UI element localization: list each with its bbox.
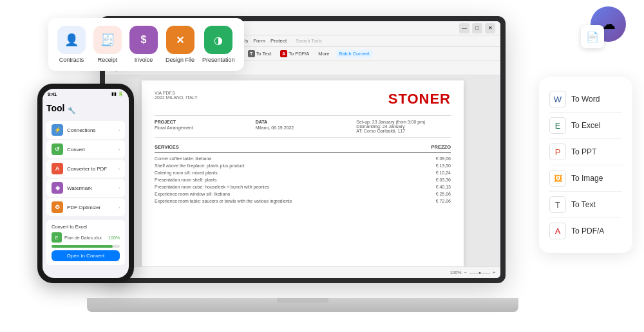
phone-app-title: Tool — [46, 103, 65, 113]
phone-signal-icons: ▮▮ 🔋 — [111, 91, 124, 97]
convert-arrow-icon: › — [118, 147, 120, 152]
menu-protect[interactable]: Protect — [270, 38, 287, 44]
invoice-label: Invoice — [135, 57, 153, 63]
phone-menu-pdf-optimizer[interactable]: ⚙ PDF Optimizer › — [46, 198, 125, 216]
panel-pdfa-label: To PDF/A — [571, 226, 604, 235]
panel-text-label: To Text — [571, 200, 596, 209]
pdf-address-line2: 2022 MILANO, ITALY — [155, 95, 198, 100]
service-price-4: € 40,13 — [436, 185, 451, 189]
zoom-out-icon[interactable]: − — [464, 270, 467, 275]
panel-image-label: To Image — [571, 174, 603, 183]
table-row: Experience room table: saucers or bowls … — [155, 198, 451, 205]
pdf-header: VIA PDF.9 2022 MILANO, ITALY STONER — [155, 91, 451, 107]
receipt-label: Receipt — [98, 57, 118, 63]
panel-pdfa-icon: A — [549, 223, 566, 239]
service-price-6: € 72,06 — [436, 199, 451, 203]
convert-filename: Plan de Datos.xlsx — [64, 235, 102, 240]
panel-item-to-ppt[interactable]: P To PPT — [549, 139, 622, 165]
contracts-icon: 👤 — [57, 26, 86, 54]
pdf-content-area: VIA PDF.9 2022 MILANO, ITALY STONER PROJ… — [105, 75, 500, 266]
titlebar-icon-2[interactable]: □ — [472, 23, 482, 33]
zoom-in-icon[interactable]: + — [493, 270, 495, 275]
pdf-project-cell: PROJECT Floral Arrangement — [155, 120, 249, 133]
excel-file-icon: E — [52, 232, 62, 243]
service-price-3: € 03,36 — [436, 178, 451, 182]
text-toolbar-icon: T — [248, 50, 255, 57]
phone-convert-banner: Convert to Excel E Plan de Datos.xlsx 10… — [46, 220, 125, 265]
convert-progress-fill — [52, 245, 113, 248]
connections-arrow-icon: › — [118, 128, 120, 133]
convert-percent: 100% — [108, 235, 120, 240]
app-icon-invoice[interactable]: $ Invoice — [129, 26, 158, 63]
app-icon-presentation[interactable]: ◑ Presentation — [202, 26, 235, 63]
receipt-icon: 🧾 — [93, 26, 122, 54]
app-icon-contracts[interactable]: 👤 Contracts — [57, 26, 86, 63]
zoom-level: 100% — [450, 270, 462, 275]
app-icon-design-file[interactable]: ✕ Design File — [166, 26, 194, 63]
converter-to-pdf-menu-icon: A — [52, 163, 63, 174]
pdf-address-line1: VIA PDF.9 — [155, 91, 198, 95]
service-name-2: Catering room sill: mixed plants — [155, 171, 218, 175]
service-name-3: Presentation room shelf: plants — [155, 178, 217, 182]
pdf-data-cell: DATA Milano, 06.19.2022 — [256, 120, 350, 133]
phone-menu-convert[interactable]: ↺ Convert › — [46, 140, 125, 158]
panel-word-icon: W — [549, 91, 566, 107]
service-price-0: € 09,06 — [436, 156, 451, 161]
converter-to-pdf-label: Converter to PDF — [67, 166, 107, 172]
panel-ppt-icon: P — [549, 143, 566, 160]
panel-excel-icon: E — [549, 117, 566, 134]
panel-item-to-image[interactable]: 🖼 To Image — [549, 165, 622, 192]
toolbar-pdfa[interactable]: A To PDF/A — [278, 50, 312, 58]
service-name-5: Experience room window sill: Ikebana — [155, 192, 230, 196]
setup-detail2: AT: Corso Garibaldi, 117 — [356, 129, 451, 133]
panel-word-label: To Word — [571, 95, 600, 104]
panel-item-to-text[interactable]: T To Text — [549, 192, 622, 218]
watermark-arrow-icon: › — [118, 186, 120, 190]
table-row: Presentation room cube: houseleek + bunc… — [155, 183, 451, 190]
table-row: Presentation room shelf: plants € 03,36 — [155, 176, 451, 183]
converter-to-pdf-arrow-icon: › — [118, 167, 120, 171]
panel-item-to-pdfa[interactable]: A To PDF/A — [549, 218, 622, 244]
search-tools-placeholder[interactable]: Search Tools — [296, 39, 321, 43]
toolbar-text[interactable]: T To Text — [245, 50, 274, 58]
convert-menu-icon: ↺ — [52, 143, 63, 155]
right-convert-panel: W To Word E To Excel P To PPT 🖼 To Image… — [539, 77, 632, 253]
pdf-setup-cell: Set-up: 23 January (from 3:00 pm) Disman… — [356, 120, 451, 133]
app-icons-panel: 👤 Contracts 🧾 Receipt $ Invoice ✕ Design… — [48, 18, 244, 71]
titlebar-close-icon[interactable]: ✕ — [485, 23, 495, 33]
batch-label: Batch Convert — [339, 51, 370, 57]
pdf-page: VIA PDF.9 2022 MILANO, ITALY STONER PROJ… — [142, 80, 464, 266]
connections-menu-label: Connections — [67, 127, 95, 133]
app-icon-receipt[interactable]: 🧾 Receipt — [93, 26, 122, 63]
phone-menu-converter-to-pdf[interactable]: A Converter to PDF › — [46, 160, 125, 178]
project-value: Floral Arrangement — [155, 125, 249, 130]
titlebar-icon-1[interactable]: — — [459, 23, 469, 33]
pdf-header-address: VIA PDF.9 2022 MILANO, ITALY — [155, 91, 198, 100]
service-name-4: Presentation room cube: houseleek + bunc… — [155, 185, 269, 189]
main-container: ☁ 📄 👤 Contracts 🧾 Receipt $ Invoice ✕ De… — [0, 0, 644, 332]
pdfa-label: To PDF/A — [289, 51, 309, 57]
table-row: Catering room sill: mixed plants € 10,24 — [155, 169, 451, 176]
service-price-2: € 10,24 — [436, 171, 451, 175]
table-row: Experience room window sill: Ikebana € 2… — [155, 190, 451, 198]
pdf-toolbar-bottom: ◄ 1 / 1 ► 100% − ——●—— + — [105, 266, 500, 278]
zoom-slider[interactable]: ——●—— — [469, 270, 490, 275]
pdf-info-row: PROJECT Floral Arrangement DATA Milano, … — [155, 115, 451, 138]
open-in-convert-button[interactable]: Open in Convert — [52, 250, 120, 261]
toolbar-more[interactable]: More — [316, 50, 332, 57]
cloud-icon-decoration: ☁ 📄 — [581, 6, 626, 48]
titlebar-right-controls: — □ ✕ — [459, 23, 495, 33]
pdf-table-header: SERVICES PREZZO — [155, 144, 451, 152]
table-row: Corner coffee table: Ikebana € 09,06 — [155, 155, 451, 162]
panel-item-to-excel[interactable]: E To Excel — [549, 113, 622, 139]
data-label: DATA — [256, 120, 350, 124]
watermark-menu-label: Watermark — [67, 185, 92, 191]
panel-ppt-label: To PPT — [571, 147, 596, 156]
menu-form[interactable]: Form — [253, 38, 265, 44]
phone-menu-watermark[interactable]: ◈ Watermark › — [46, 179, 125, 197]
panel-item-to-word[interactable]: W To Word — [549, 86, 622, 113]
pdf-services-table: SERVICES PREZZO Corner coffee table: Ike… — [155, 144, 451, 205]
toolbar-batch-convert[interactable]: Batch Convert — [336, 50, 373, 58]
invoice-icon: $ — [129, 26, 158, 54]
phone-menu-connections[interactable]: ⚡ Connections › — [46, 121, 125, 139]
